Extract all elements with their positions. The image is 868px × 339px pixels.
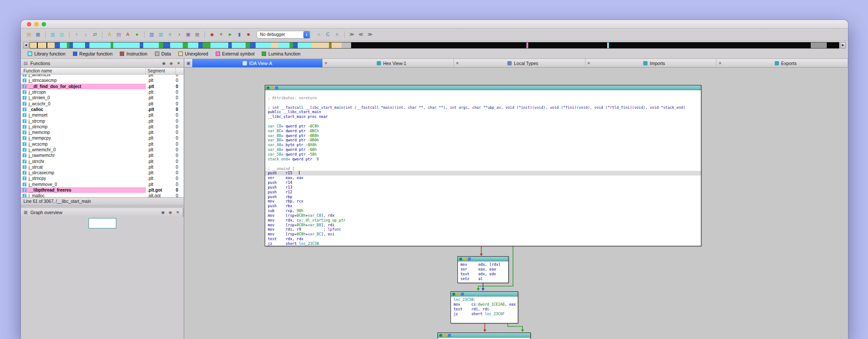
toolbar-ascii-a-icon[interactable]: A (106, 31, 113, 38)
graph-node-entry[interactable]: ; Attributes: noreturn ; int __fastcall … (265, 85, 701, 246)
overview-close-icon[interactable]: ✕ (175, 209, 181, 215)
function-row[interactable]: f__dl_find_dso_for_object.plt0 (21, 84, 184, 89)
toolbar-jump-up-icon[interactable]: ↑ (73, 31, 80, 38)
toolbar-chart-flow-icon[interactable]: ▥ (157, 31, 164, 38)
zoom-window-button[interactable] (42, 22, 46, 26)
toolbar-pause-icon[interactable]: ▮ (236, 31, 243, 38)
titlebar[interactable] (21, 20, 848, 29)
toolbar-name-a-icon[interactable]: A (124, 31, 132, 38)
function-row[interactable]: fj_wmemchr_0.plt0 (21, 147, 184, 153)
function-row[interactable]: f__libpthread_freeres.plt.got0 (21, 187, 184, 193)
function-row[interactable]: fj_strnlen_0.plt0 (21, 95, 184, 101)
toolbar-segments-icon[interactable]: ▦ (194, 31, 201, 38)
graph-overview-minimap[interactable] (89, 218, 116, 228)
functions-list[interactable]: fj_wmemchr.plt0fj_strncasecmp.plt0f__dl_… (21, 75, 184, 197)
toolbar-indent-1-icon[interactable]: ≫ (348, 31, 355, 38)
function-row[interactable]: fj_memset.plt0 (21, 112, 184, 118)
graph-node-loc-23C5B[interactable]: loc_23C5B:mov cs:dword_1CE1A0, eaxtest r… (450, 291, 518, 323)
toolbar-strings-icon[interactable]: ▤ (115, 31, 122, 38)
graph-view-canvas[interactable]: ; Attributes: noreturn ; int __fastcall … (184, 68, 848, 339)
function-row[interactable]: fj_strncasecmp.plt0 (21, 78, 184, 83)
toolbar-list-icon[interactable]: ≡ (166, 31, 174, 38)
tab-local-types[interactable]: Local Types (461, 59, 585, 67)
column-segment[interactable]: Segment (146, 68, 176, 74)
function-row[interactable]: fj_strncmp.plt0 (21, 124, 184, 130)
function-row[interactable]: fj_strcspn.plt0 (21, 89, 184, 95)
node-run-icon (266, 86, 270, 89)
tab-imports[interactable]: Imports (592, 59, 717, 67)
graph-node-partial[interactable] (437, 332, 531, 339)
function-row[interactable]: fj_malloc.plt.got0 (21, 193, 184, 197)
toolbar-save-file-icon[interactable]: ▦ (34, 31, 42, 38)
function-row[interactable]: fj_memcmp.plt0 (21, 130, 184, 135)
graph-node-titlebar[interactable] (458, 257, 508, 261)
function-row[interactable]: fj_strcat.plt0 (21, 164, 184, 170)
function-row[interactable]: fj_strncpy.plt0 (21, 176, 184, 181)
tab-ida-view-a[interactable]: IDA View-A (192, 59, 322, 67)
close-window-button[interactable] (27, 22, 31, 26)
tab-close-icon[interactable]: ✕ (454, 59, 461, 67)
function-row[interactable]: fj_rawmemchr.plt0 (21, 153, 184, 158)
functions-panel-header[interactable]: ▤ Functions ◉ ◉ ✕ (21, 59, 184, 67)
toolbar-step-down-icon[interactable]: ▼ (217, 31, 225, 38)
function-row[interactable]: fj_wcscmp.plt0 (21, 141, 184, 147)
function-row[interactable]: fj_mempcpy.plt0 (21, 135, 184, 141)
toolbar-structs-icon[interactable]: ▣ (184, 31, 192, 38)
tab-hex-view-1[interactable]: Hex View-1 (329, 59, 454, 67)
function-row[interactable]: fj_memmove_0.plt0 (21, 182, 184, 187)
tab-close-icon[interactable]: ✕ (585, 59, 592, 67)
function-name: j_strcasecmp (29, 170, 54, 175)
toolbar-indent-3-icon[interactable]: ≫ (366, 31, 374, 38)
navigation-band[interactable] (30, 42, 839, 49)
function-row[interactable]: f_calloc.plt0 (21, 107, 184, 112)
toolbar-doc-1-icon[interactable]: ▥ (49, 31, 56, 38)
panel-settings-icon[interactable]: ◉ (161, 60, 167, 66)
toolbar-chart-pie-icon[interactable]: ◑ (175, 31, 183, 38)
dropdown-stepper-icon[interactable]: ▲▼ (303, 31, 310, 38)
graph-node-titlebar[interactable] (438, 333, 530, 338)
toolbar-indent-2-icon[interactable]: ≪ (357, 31, 365, 38)
function-row[interactable]: fj_strrchr.plt0 (21, 158, 184, 164)
toolbar-script-list-icon[interactable]: ≡ (333, 31, 341, 38)
function-name-cell: fj_strcmp (21, 118, 146, 124)
toolbar-break-diamond-icon[interactable]: ◆ (208, 31, 216, 38)
function-f-icon: f (23, 148, 26, 152)
function-name: __dl_find_dso_for_object (29, 84, 81, 89)
toolbar-trace-circle-icon[interactable]: ○ (315, 31, 322, 38)
graph-node-fallthrough[interactable]: mov edx, [rdx]xor eax, eaxtest edx, edxs… (457, 256, 509, 283)
graph-node-titlebar[interactable] (265, 85, 701, 90)
function-row[interactable]: fj_wmemchr.plt0 (21, 75, 184, 78)
graph-overview-body[interactable] (21, 217, 184, 339)
navband-left-arrow-icon[interactable]: ◀ (23, 42, 29, 49)
graph-overview-header[interactable]: ▦ Graph overview ◉ ◉ ✕ (21, 208, 184, 217)
tab-dock-icon[interactable]: ▣ (184, 59, 192, 67)
function-row[interactable]: fj_strcasecmp.plt0 (21, 170, 184, 176)
overview-pin-icon[interactable]: ◉ (168, 209, 173, 215)
code-line: loc_23C5B: (454, 297, 518, 302)
navband-segment (163, 42, 170, 48)
debugger-select[interactable]: No debugger ▲▼ (256, 31, 311, 39)
toolbar-open-file-icon[interactable]: ▤ (25, 31, 33, 38)
tab-exports[interactable]: Exports (723, 59, 848, 67)
toolbar-jump-down-icon[interactable]: ↓ (82, 31, 89, 38)
function-row[interactable]: fj_wcschr_0.plt0 (21, 101, 184, 106)
toolbar-stop-icon[interactable]: ■ (245, 31, 252, 38)
panel-close-icon[interactable]: ✕ (176, 60, 181, 66)
toolbar-run-icon[interactable]: ► (227, 31, 234, 38)
column-function-name[interactable]: Function name (21, 68, 146, 74)
function-segment: .plt (146, 153, 176, 158)
minimize-window-button[interactable] (34, 22, 39, 26)
graph-node-titlebar[interactable] (451, 292, 518, 297)
function-row[interactable]: fj_strcmp.plt0 (21, 118, 184, 124)
toolbar-enable-dot-icon[interactable]: ● (133, 31, 141, 38)
panel-pin-icon[interactable]: ◉ (168, 60, 174, 66)
toolbar-swap-icon[interactable]: ⇄ (91, 31, 99, 38)
overview-settings-icon[interactable]: ◉ (160, 209, 166, 215)
toolbar-chart-bars-icon[interactable]: ▥ (148, 31, 155, 38)
code-line: var_C8= qword ptr -0C8h (268, 124, 701, 129)
toolbar-compiler-c-icon[interactable]: C (324, 31, 332, 38)
toolbar-doc-2-icon[interactable]: ▥ (58, 31, 66, 38)
tab-close-icon[interactable]: ✕ (717, 59, 723, 67)
tab-close-icon[interactable]: ✕ (322, 59, 329, 67)
navband-right-arrow-icon[interactable]: ▶ (840, 42, 846, 49)
